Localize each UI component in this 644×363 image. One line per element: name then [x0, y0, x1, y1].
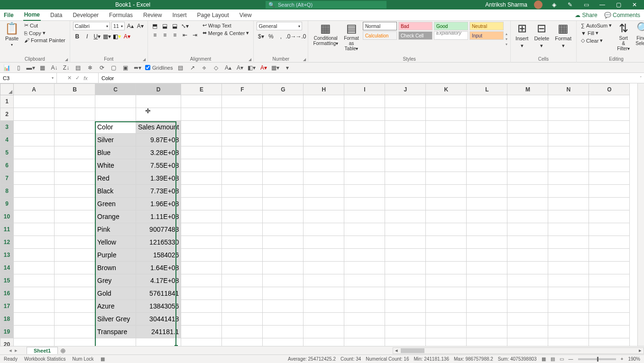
horizontal-scrollbar[interactable]: ◂ ▸: [393, 347, 644, 354]
cell-J10[interactable]: [385, 210, 426, 223]
row-header-14[interactable]: 14: [0, 262, 14, 274]
percent-button[interactable]: %: [267, 32, 275, 41]
bold-button[interactable]: B: [73, 32, 82, 41]
qat-branch-icon[interactable]: ⎆: [200, 64, 208, 72]
tab-home[interactable]: Home: [23, 9, 41, 21]
cell-I8[interactable]: [344, 185, 385, 198]
cell-J17[interactable]: [385, 300, 426, 313]
row-header-7[interactable]: 7: [0, 172, 14, 185]
style-good[interactable]: Good: [434, 22, 468, 30]
cell-D12[interactable]: 12165330: [136, 236, 181, 249]
cell-E9[interactable]: [181, 198, 222, 210]
cell-O20[interactable]: [589, 338, 630, 346]
cell-E2[interactable]: [181, 108, 222, 121]
cell-E11[interactable]: [181, 223, 222, 236]
cell-H13[interactable]: [304, 249, 344, 262]
cell-M15[interactable]: [507, 274, 548, 287]
styles-more[interactable]: ▾: [506, 42, 507, 46]
cell-L3[interactable]: [467, 121, 507, 134]
cell-A18[interactable]: [14, 313, 55, 326]
row-header-6[interactable]: 6: [0, 159, 14, 172]
copy-button[interactable]: ⎘Copy ▾: [23, 29, 67, 36]
cell-N9[interactable]: [548, 198, 589, 210]
cell-D1[interactable]: [136, 95, 181, 108]
cell-B19[interactable]: [55, 326, 95, 338]
minimize-button[interactable]: —: [598, 1, 607, 8]
cell-I17[interactable]: [344, 300, 385, 313]
cell-M12[interactable]: [507, 236, 548, 249]
cell-H14[interactable]: [304, 262, 344, 274]
formula-input[interactable]: Color: [99, 73, 637, 83]
row-header-11[interactable]: 11: [0, 223, 14, 236]
cell-N15[interactable]: [548, 274, 589, 287]
cell-F5[interactable]: [222, 146, 263, 159]
cell-D16[interactable]: 57611841: [136, 287, 181, 300]
cell-F14[interactable]: [222, 262, 263, 274]
cell-N12[interactable]: [548, 236, 589, 249]
cell-A19[interactable]: [14, 326, 55, 338]
tab-developer[interactable]: Developer: [72, 10, 100, 20]
cell-D3[interactable]: Sales Amount: [136, 121, 181, 134]
font-color-button[interactable]: A▾: [123, 32, 131, 41]
cell-O9[interactable]: [589, 198, 630, 210]
col-header-A[interactable]: A: [14, 84, 55, 95]
cell-H4[interactable]: [304, 134, 344, 146]
cell-G8[interactable]: [263, 185, 304, 198]
col-header-N[interactable]: N: [548, 84, 589, 95]
cell-L14[interactable]: [467, 262, 507, 274]
cell-F17[interactable]: [222, 300, 263, 313]
cell-H20[interactable]: [304, 338, 344, 346]
cell-B11[interactable]: [55, 223, 95, 236]
cell-D18[interactable]: 30441418: [136, 313, 181, 326]
qat-more-icon[interactable]: ▾: [283, 64, 291, 72]
col-header-O[interactable]: O: [589, 84, 630, 95]
new-sheet-button[interactable]: ⊕: [58, 347, 68, 354]
row-header-13[interactable]: 13: [0, 249, 14, 262]
styles-scroll-down[interactable]: ▾: [506, 37, 507, 41]
cell-C16[interactable]: Gold: [95, 287, 136, 300]
cell-E14[interactable]: [181, 262, 222, 274]
qat-border2-icon[interactable]: ▣: [121, 64, 129, 72]
format-cells-button[interactable]: ▦Format▾: [553, 22, 573, 56]
align-right-button[interactable]: ≡: [171, 31, 179, 39]
format-painter-button[interactable]: 🖌Format Painter: [23, 37, 67, 44]
orientation-button[interactable]: ⤡▾: [181, 22, 189, 30]
align-top-button[interactable]: ⬒: [151, 22, 159, 30]
cell-J13[interactable]: [385, 249, 426, 262]
row-header-2[interactable]: 2: [0, 108, 14, 121]
cell-C15[interactable]: Grey: [95, 274, 136, 287]
cell-E17[interactable]: [181, 300, 222, 313]
cell-D11[interactable]: 90077483: [136, 223, 181, 236]
cell-K4[interactable]: [426, 134, 467, 146]
cell-J7[interactable]: [385, 172, 426, 185]
cell-H16[interactable]: [304, 287, 344, 300]
style-input[interactable]: Input: [469, 31, 504, 40]
qat-eraser-icon[interactable]: ◇: [212, 64, 220, 72]
col-header-B[interactable]: B: [55, 84, 95, 95]
cell-J12[interactable]: [385, 236, 426, 249]
cell-L12[interactable]: [467, 236, 507, 249]
cell-N17[interactable]: [548, 300, 589, 313]
cell-O12[interactable]: [589, 236, 630, 249]
cell-J5[interactable]: [385, 146, 426, 159]
cell-D8[interactable]: 7.73E+08: [136, 185, 181, 198]
cell-J11[interactable]: [385, 223, 426, 236]
cell-J4[interactable]: [385, 134, 426, 146]
increase-indent-button[interactable]: ⇥: [191, 31, 199, 39]
name-box[interactable]: C3▾: [0, 73, 57, 83]
cell-B7[interactable]: [55, 172, 95, 185]
cell-K6[interactable]: [426, 159, 467, 172]
qat-arrow-icon[interactable]: ↗: [188, 64, 196, 72]
row-header-15[interactable]: 15: [0, 274, 14, 287]
view-normal-button[interactable]: ▦: [542, 356, 546, 362]
cell-J6[interactable]: [385, 159, 426, 172]
border-button[interactable]: ▦▾: [103, 32, 111, 41]
cell-M2[interactable]: [507, 108, 548, 121]
row-header-1[interactable]: 1: [0, 95, 14, 108]
autosum-button[interactable]: ∑ AutoSum ▾: [580, 22, 613, 29]
cell-C6[interactable]: White: [95, 159, 136, 172]
tab-data[interactable]: Data: [49, 10, 63, 20]
cell-A15[interactable]: [14, 274, 55, 287]
col-header-F[interactable]: F: [222, 84, 263, 95]
cell-G18[interactable]: [263, 313, 304, 326]
